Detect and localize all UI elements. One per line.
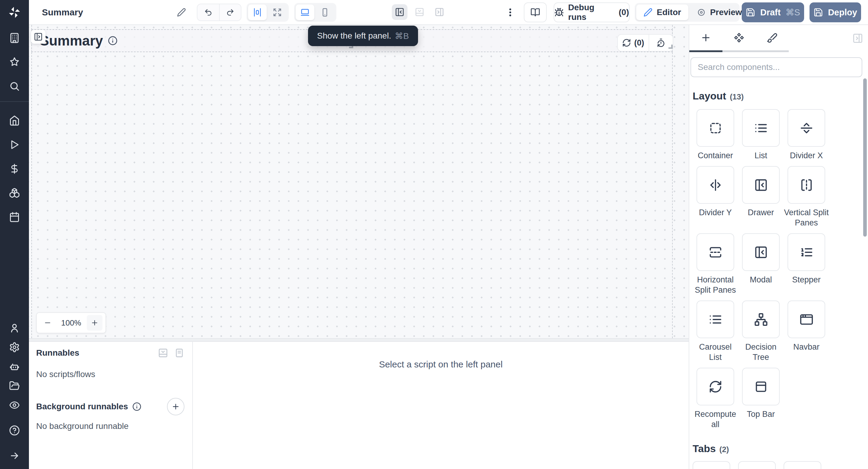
refresh-button[interactable]: (0) — [618, 35, 649, 51]
dollar-icon[interactable] — [9, 163, 20, 174]
search-icon[interactable] — [9, 81, 20, 92]
edit-title-button[interactable] — [174, 5, 189, 20]
home-icon[interactable] — [9, 115, 20, 126]
user-icon[interactable] — [9, 322, 20, 333]
component-label: Divider X — [784, 150, 829, 161]
add-background-runnable-button[interactable] — [167, 398, 184, 415]
save-draft-button[interactable]: Draft ⌘S — [742, 2, 804, 22]
component-label: Modal — [738, 275, 784, 285]
plus-icon — [701, 32, 711, 43]
undo-button[interactable] — [197, 4, 219, 21]
folder-open-icon[interactable] — [9, 380, 20, 391]
boxes-icon[interactable] — [9, 187, 20, 198]
expand-icon — [273, 8, 282, 17]
windmill-logo-icon[interactable] — [7, 5, 22, 19]
tab-editor[interactable]: Editor — [636, 4, 688, 20]
decision-tree-icon — [754, 313, 768, 326]
redo-button[interactable] — [219, 4, 241, 21]
zoom-out-button[interactable] — [40, 315, 56, 331]
toggle-right-panel-button[interactable] — [432, 4, 447, 20]
more-menu-button[interactable] — [504, 6, 517, 19]
tab-styling[interactable] — [755, 25, 789, 50]
component-card-container[interactable] — [696, 109, 734, 147]
info-icon[interactable] — [108, 36, 118, 45]
component-card-decision-tree[interactable] — [742, 301, 780, 338]
centered-layout-button[interactable] — [248, 4, 267, 20]
component-item: Divider Y — [692, 166, 738, 228]
star-icon[interactable] — [9, 57, 20, 67]
book-open-icon — [530, 7, 540, 17]
zoom-in-button[interactable] — [87, 315, 102, 331]
app-title: Summary — [42, 0, 83, 24]
component-card-vertical-split-panes[interactable] — [787, 166, 825, 204]
component-item: Drawer — [738, 166, 784, 228]
component-card-divider-y[interactable] — [696, 166, 734, 204]
building-icon[interactable] — [9, 33, 20, 43]
script-editor-placeholder: Select a script on the left panel — [193, 342, 689, 469]
app-canvas[interactable]: Summary (0) 100% — [29, 25, 689, 338]
panel-toggles — [392, 4, 447, 20]
collapse-panel-icon[interactable] — [852, 33, 863, 44]
component-label: Vertical Split Panes — [784, 207, 829, 228]
component-card-horizontal-split-panes[interactable] — [696, 233, 734, 271]
runnables-title: Runnables — [36, 348, 79, 358]
component-card-stepper[interactable] — [787, 233, 825, 271]
component-card-drawer[interactable] — [742, 166, 780, 204]
info-icon[interactable] — [132, 402, 141, 411]
component-card-list[interactable] — [742, 109, 780, 147]
calendar-icon[interactable] — [9, 212, 20, 222]
horizontal-splitter[interactable] — [29, 338, 689, 342]
drawer-icon — [754, 178, 768, 192]
component-label: Carousel List — [692, 342, 738, 362]
search-components-input[interactable] — [690, 57, 862, 77]
carousel-list-icon — [709, 313, 722, 326]
docs-button[interactable] — [524, 2, 547, 22]
desktop-view-button[interactable] — [296, 4, 314, 20]
draft-label: Draft — [760, 7, 781, 18]
divider-x-icon — [800, 121, 813, 135]
collapse-runnables-icon[interactable] — [158, 348, 168, 358]
component-card-carousel-list[interactable] — [696, 301, 734, 338]
component-card-partial[interactable] — [738, 461, 776, 469]
tooltip: Show the left panel. ⌘B — [308, 26, 418, 46]
help-icon[interactable] — [9, 425, 20, 436]
full-width-button[interactable] — [268, 4, 287, 20]
play-icon[interactable] — [9, 139, 20, 150]
section-count: (13) — [730, 92, 744, 101]
component-row-partial — [692, 461, 866, 469]
eye-icon[interactable] — [9, 400, 20, 410]
undo-redo-group — [197, 4, 241, 21]
mobile-view-button[interactable] — [315, 4, 334, 20]
component-card-partial[interactable] — [692, 461, 730, 469]
component-card-modal[interactable] — [742, 233, 780, 271]
section-header-tabs: Tabs(2) — [692, 443, 866, 455]
resize-handle[interactable] — [669, 44, 673, 49]
bot-icon[interactable] — [9, 361, 20, 372]
component-item: List — [738, 109, 784, 161]
modal-icon — [754, 245, 768, 259]
debug-runs-button[interactable]: Debug runs (0) — [554, 2, 629, 22]
toggle-bottom-panel-button[interactable] — [412, 4, 427, 20]
component-card-navbar[interactable] — [787, 301, 825, 338]
scrollbar-thumb[interactable] — [863, 79, 867, 237]
component-card-partial[interactable] — [784, 461, 821, 469]
arrow-right-icon[interactable] — [9, 450, 20, 461]
deploy-button[interactable]: Deploy — [809, 2, 861, 22]
component-label: Top Bar — [738, 409, 784, 419]
component-grid: ContainerListDivider XDivider YDrawerVer… — [692, 109, 866, 430]
tab-component-settings[interactable] — [722, 25, 755, 50]
plus-icon — [91, 319, 98, 327]
editor-label: Editor — [657, 7, 681, 17]
open-left-panel-button[interactable] — [31, 30, 45, 44]
debug-runs-label: Debug runs — [568, 3, 615, 22]
component-card-recompute-all[interactable] — [696, 368, 734, 405]
undo-icon — [204, 8, 213, 17]
component-card-top-bar[interactable] — [742, 368, 780, 405]
tab-insert-component[interactable] — [689, 25, 722, 50]
settings-icon[interactable] — [9, 342, 20, 353]
component-card-divider-x[interactable] — [787, 109, 825, 147]
tab-preview[interactable]: Preview — [689, 4, 749, 20]
runnables-list-icon[interactable] — [174, 348, 184, 358]
toggle-left-panel-button[interactable] — [392, 4, 407, 20]
component-item: Horizontal Split Panes — [692, 233, 738, 295]
